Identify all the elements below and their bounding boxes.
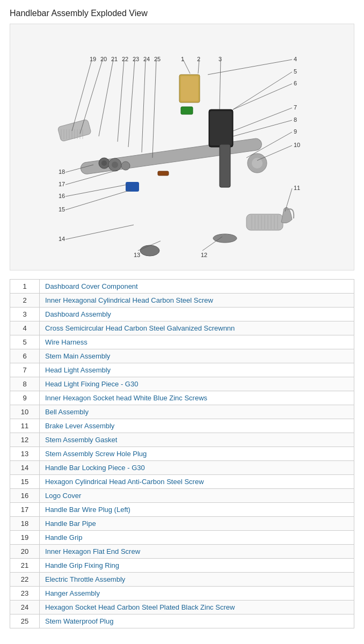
part-name-cell: Hexagon Socket Head Carbon Steel Plated … — [40, 601, 354, 614]
part-number: 12 — [10, 433, 40, 447]
svg-point-44 — [101, 160, 107, 166]
table-row: 13Stem Assembly Screw Hole Plug — [10, 447, 354, 461]
part-number: 7 — [10, 363, 40, 377]
svg-point-61 — [140, 245, 159, 256]
part-link[interactable]: Handle Bar Pipe — [45, 519, 96, 528]
svg-text:14: 14 — [59, 236, 65, 242]
part-name-cell: Dashboard Cover Component — [40, 280, 354, 294]
table-row: 1Dashboard Cover Component — [10, 280, 354, 294]
svg-rect-38 — [181, 76, 198, 101]
page-container: Handlebar Assembly Exploded View 19 20 2… — [0, 0, 364, 637]
part-name-cell: Logo Cover — [40, 489, 354, 503]
part-link[interactable]: Logo Cover — [45, 492, 81, 500]
part-number: 3 — [10, 308, 40, 321]
part-name-cell: Handle Bar Wire Plug (Left) — [40, 503, 354, 517]
part-link[interactable]: Dashboard Cover Component — [45, 282, 138, 290]
svg-text:16: 16 — [59, 193, 65, 199]
part-link[interactable]: Cross Semicircular Head Carbon Steel Gal… — [45, 324, 235, 332]
svg-point-60 — [213, 234, 237, 243]
table-row: 2Inner Hexagonal Cylindrical Head Carbon… — [10, 294, 354, 308]
svg-text:4: 4 — [294, 56, 297, 62]
svg-text:5: 5 — [294, 68, 297, 75]
part-number: 4 — [10, 321, 40, 335]
part-link[interactable]: Handle Bar Wire Plug (Left) — [45, 506, 130, 514]
svg-rect-62 — [126, 182, 139, 192]
part-number: 14 — [10, 461, 40, 475]
table-row: 7Head Light Assembly — [10, 363, 354, 377]
part-link[interactable]: Handle Grip — [45, 533, 82, 541]
part-number: 25 — [10, 614, 40, 628]
part-name-cell: Stem Waterproof Plug — [40, 614, 354, 628]
part-number: 18 — [10, 517, 40, 531]
part-name-cell: Stem Assembly Gasket — [40, 433, 354, 447]
part-link[interactable]: Wire Harness — [45, 338, 88, 346]
table-row: 16Logo Cover — [10, 489, 354, 503]
part-link[interactable]: Hanger Assembly — [45, 589, 100, 597]
part-name-cell: Bell Assembly — [40, 405, 354, 419]
part-name-cell: Hexagon Cylindrical Head Anti-Carbon Ste… — [40, 475, 354, 489]
table-row: 3Dashboard Assembly — [10, 308, 354, 321]
table-row: 22Electric Throttle Assembly — [10, 573, 354, 587]
table-row: 20Inner Hexagon Flat End Screw — [10, 545, 354, 559]
part-name-cell: Inner Hexagonal Cylindrical Head Carbon … — [40, 294, 354, 308]
part-name-cell: Handle Bar Locking Piece - G30 — [40, 461, 354, 475]
table-row: 4Cross Semicircular Head Carbon Steel Ga… — [10, 321, 354, 335]
svg-point-47 — [121, 162, 130, 170]
part-link[interactable]: Head Light Assembly — [45, 366, 111, 374]
part-name-cell: Wire Harness — [40, 335, 354, 349]
part-link[interactable]: Brake Lever Assembly — [45, 422, 114, 430]
svg-text:24: 24 — [143, 56, 150, 62]
part-name-cell: Electric Throttle Assembly — [40, 573, 354, 587]
part-number: 2 — [10, 294, 40, 308]
table-row: 12Stem Assembly Gasket — [10, 433, 354, 447]
part-link[interactable]: Inner Hexagon Socket head White Blue Zin… — [45, 394, 207, 402]
part-name-cell: Stem Assembly Screw Hole Plug — [40, 447, 354, 461]
svg-text:19: 19 — [90, 56, 96, 62]
svg-text:15: 15 — [59, 206, 65, 213]
svg-rect-0 — [10, 26, 354, 268]
table-row: 14Handle Bar Locking Piece - G30 — [10, 461, 354, 475]
part-link[interactable]: Handle Grip Fixing Ring — [45, 561, 119, 569]
svg-text:22: 22 — [122, 56, 128, 62]
part-number: 17 — [10, 503, 40, 517]
svg-rect-63 — [158, 171, 169, 175]
part-number: 21 — [10, 559, 40, 573]
part-number: 10 — [10, 405, 40, 419]
part-number: 20 — [10, 545, 40, 559]
part-link[interactable]: Handle Bar Locking Piece - G30 — [45, 464, 145, 472]
svg-text:13: 13 — [134, 252, 140, 258]
part-number: 6 — [10, 349, 40, 363]
part-link[interactable]: Stem Assembly Screw Hole Plug — [45, 450, 147, 458]
part-name-cell: Brake Lever Assembly — [40, 419, 354, 433]
part-link[interactable]: Stem Assembly Gasket — [45, 436, 117, 444]
part-link[interactable]: Dashboard Assembly — [45, 310, 111, 318]
table-row: 8Head Light Fixing Piece - G30 — [10, 377, 354, 391]
part-link[interactable]: Bell Assembly — [45, 408, 89, 416]
part-number: 22 — [10, 573, 40, 587]
part-link[interactable]: Inner Hexagon Flat End Screw — [45, 547, 140, 555]
svg-text:10: 10 — [294, 142, 300, 148]
table-row: 23Hanger Assembly — [10, 587, 354, 601]
part-link[interactable]: Stem Main Assembly — [45, 352, 110, 360]
part-link[interactable]: Stem Waterproof Plug — [45, 617, 113, 625]
part-number: 9 — [10, 391, 40, 405]
svg-point-49 — [252, 158, 263, 169]
svg-text:7: 7 — [294, 104, 297, 111]
svg-text:23: 23 — [133, 56, 139, 62]
part-link[interactable]: Hexagon Cylindrical Head Anti-Carbon Ste… — [45, 478, 204, 486]
table-row: 6Stem Main Assembly — [10, 349, 354, 363]
part-link[interactable]: Electric Throttle Assembly — [45, 575, 125, 583]
svg-text:20: 20 — [100, 56, 107, 62]
table-row: 19Handle Grip — [10, 531, 354, 545]
part-name-cell: Handle Bar Pipe — [40, 517, 354, 531]
svg-text:12: 12 — [201, 252, 207, 258]
svg-rect-41 — [210, 111, 232, 145]
part-name-cell: Handle Grip — [40, 531, 354, 545]
part-link[interactable]: Inner Hexagonal Cylindrical Head Carbon … — [45, 296, 213, 304]
part-link[interactable]: Head Light Fixing Piece - G30 — [45, 380, 138, 388]
svg-text:8: 8 — [294, 116, 297, 123]
part-link[interactable]: Hexagon Socket Head Carbon Steel Plated … — [45, 603, 235, 611]
svg-text:6: 6 — [294, 80, 297, 86]
part-number: 24 — [10, 601, 40, 614]
part-number: 1 — [10, 280, 40, 294]
